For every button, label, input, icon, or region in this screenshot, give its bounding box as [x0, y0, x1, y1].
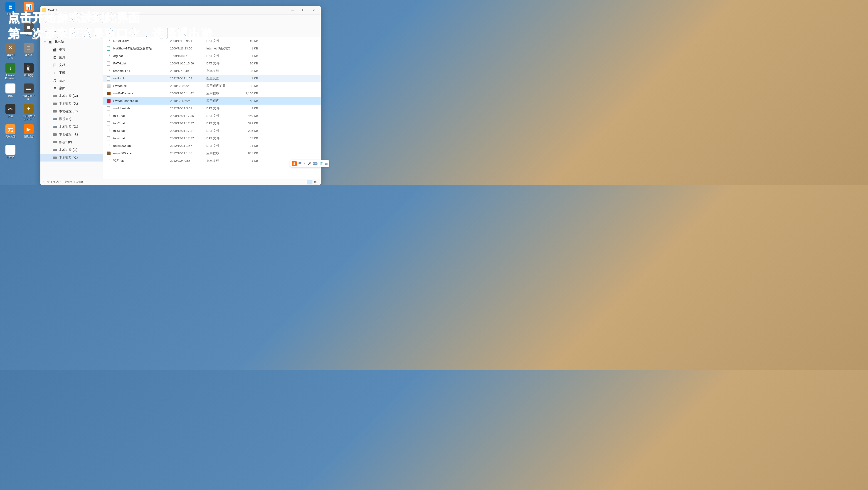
status-text: 48 个项目 选中 1 个项目 48.0 KB	[43, 180, 83, 184]
chevron-icon[interactable]: ›	[49, 56, 52, 59]
desktop-icon[interactable]: ↓InternetDownlo...	[2, 63, 19, 80]
file-icon	[106, 143, 111, 148]
file-date: 2012/7/24 9:55	[170, 159, 206, 162]
desktop-icon[interactable]: 🐧腾讯QQ	[21, 63, 37, 77]
ime-toolbar[interactable]: S 中 •, 🎤 ⌨ 👕 ⊞	[290, 160, 329, 167]
desktop-icon[interactable]: ▬新建文件夹(5)	[21, 84, 37, 100]
desktop-icon[interactable]: 元元气桌面	[2, 124, 19, 138]
view-details-button[interactable]: ☰	[307, 180, 312, 185]
file-row[interactable]: talk4.dat2000/12/21 17:37DAT 文件67 KB	[103, 134, 321, 142]
file-icon	[106, 159, 111, 163]
ime-mode[interactable]: 中	[299, 162, 302, 166]
view-icons-button[interactable]: ▦	[313, 180, 318, 185]
tree-item[interactable]: ›本地磁盘 (C:)	[40, 92, 102, 100]
chevron-icon[interactable]: ›	[49, 87, 52, 90]
sogou-icon[interactable]: S	[292, 161, 297, 166]
toolbox-icon[interactable]: ⊞	[325, 162, 328, 165]
desktop-icon[interactable]: □建方式	[21, 43, 37, 57]
chevron-icon[interactable]: ›	[49, 156, 52, 159]
tree-item[interactable]: ›↓下载	[40, 69, 102, 77]
desktop-icon[interactable]: ✦了不起的修仙.exe·...	[21, 104, 37, 121]
tree-item[interactable]: ›本地磁盘 (D:)	[40, 100, 102, 107]
chevron-icon[interactable]: ›	[49, 48, 52, 51]
file-row[interactable]: unins000.dat2022/10/11 1:57DAT 文件24 KB	[103, 142, 321, 150]
file-row[interactable]: talk1.dat2000/12/21 17:36DAT 文件440 KB	[103, 112, 321, 120]
tree-icon	[52, 94, 57, 98]
file-row[interactable]: NetShowBT最新游戏发布站2009/7/23 23:50Internet …	[103, 45, 321, 52]
back-button[interactable]: ←	[42, 28, 50, 35]
file-row[interactable]: 说明.txt2012/7/24 9:55文本文档1 KB	[103, 157, 321, 164]
desktop-icon[interactable]: ▶优酷	[2, 84, 19, 97]
desktop-icon[interactable]: 🖥此电脑	[2, 2, 19, 15]
chevron-icon[interactable]: ›	[49, 126, 52, 128]
file-date: 2022/10/11 1:59	[170, 77, 206, 80]
file-row[interactable]: Swd3e.dll2010/8/19 0:23应用程序扩展88 KB	[103, 82, 321, 90]
tree-item[interactable]: ›影视 (F:)	[40, 115, 102, 123]
chevron-icon[interactable]: ›	[49, 79, 52, 82]
file-row[interactable]: PATH.dat2000/11/25 15:56DAT 文件20 KB	[103, 60, 321, 67]
close-button[interactable]: ✕	[308, 7, 319, 14]
file-date: 2010/1/7 0:49	[170, 69, 206, 73]
desktop-icon[interactable]: ▶腾讯视频	[21, 124, 37, 138]
chevron-icon[interactable]: ›	[49, 71, 52, 74]
tree-item[interactable]: ›本地磁盘 (E:)	[40, 107, 102, 115]
chevron-icon[interactable]: ›	[49, 95, 52, 97]
chevron-icon[interactable]: ›	[49, 102, 52, 105]
tree-label: 本地磁盘 (H:)	[59, 132, 102, 137]
tree-icon: ↓	[52, 71, 57, 75]
file-icon	[106, 129, 111, 133]
forward-button[interactable]: →	[51, 28, 59, 35]
ime-punct-icon[interactable]: •,	[304, 162, 306, 165]
file-type: 应用程序	[206, 91, 240, 96]
tree-item[interactable]: ›本地磁盘 (K:)	[40, 154, 102, 162]
desktop-icon[interactable]: 📊	[21, 2, 37, 13]
skin-icon[interactable]: 👕	[319, 162, 323, 165]
tree-label: 图片	[59, 55, 102, 59]
file-row[interactable]: org.dat1999/10/8 8:13DAT 文件1 KB	[103, 52, 321, 60]
keyboard-icon[interactable]: ⌨	[313, 162, 317, 165]
tree-item[interactable]: ›🖥桌面	[40, 85, 102, 92]
tree-icon	[52, 156, 57, 160]
tree-item[interactable]: ›🎵音乐	[40, 77, 102, 85]
mic-icon[interactable]: 🎤	[307, 162, 311, 165]
desktop-icon[interactable]: ■d.exe	[21, 22, 37, 36]
desktop-icon[interactable]	[2, 22, 19, 33]
desktop-icon[interactable]: 🗑回收站	[2, 145, 19, 159]
chevron-icon[interactable]: ›	[49, 110, 52, 113]
tree-item[interactable]: ∨💻此电脑	[40, 38, 102, 46]
tree-label: 视频	[59, 47, 102, 52]
tree-item[interactable]: ›📄文档	[40, 61, 102, 69]
tree-label: 本地磁盘 (E:)	[59, 109, 102, 113]
file-row[interactable]: swd3eDvd.exe2000/12/26 14:42应用程序1,160 KB	[103, 90, 321, 97]
tree-item[interactable]: ›本地磁盘 (J:)	[40, 146, 102, 154]
file-row[interactable]: unins000.exe2022/10/11 1:55应用程序867 KB	[103, 150, 321, 157]
nav-sidebar[interactable]: ∨💻此电脑›🎬视频›🖼图片›📄文档›↓下载›🎵音乐›🖥桌面›本地磁盘 (C:)›…	[40, 37, 103, 179]
tree-item[interactable]: ›本地磁盘 (G:)	[40, 123, 102, 131]
file-row[interactable]: NAMEX.dat2000/12/19 9:21DAT 文件49 KB	[103, 37, 321, 45]
chevron-icon[interactable]: ›	[49, 64, 52, 66]
tree-label: 本地磁盘 (J:)	[59, 148, 102, 152]
file-row[interactable]: readme.TXT2010/1/7 0:49文本文档25 KB	[103, 67, 321, 75]
file-date: 2010/8/19 0:23	[170, 84, 206, 88]
file-list[interactable]: NAMEX.dat2000/12/19 9:21DAT 文件49 KBNetSh…	[103, 37, 321, 179]
file-name: 说明.txt	[113, 159, 170, 163]
file-row[interactable]: swdghost.dat2022/10/11 3:51DAT 文件2 KB	[103, 105, 321, 112]
titlebar[interactable]: Swd3e — ☐ ✕	[40, 6, 321, 14]
maximize-button[interactable]: ☐	[298, 7, 308, 14]
chevron-icon[interactable]: ›	[49, 133, 52, 136]
tree-item[interactable]: ›本地磁盘 (H:)	[40, 131, 102, 138]
tree-item[interactable]: ›影视2 (I:)	[40, 138, 102, 146]
chevron-icon[interactable]: ›	[49, 118, 52, 121]
desktop-icon[interactable]: ✂必剪	[2, 104, 19, 118]
chevron-icon[interactable]: ∨	[44, 41, 48, 43]
chevron-icon[interactable]: ›	[49, 149, 52, 151]
file-row[interactable]: Swd3eLoader.exe2010/8/16 6:24应用程序48 KB	[103, 97, 321, 105]
desktop-icon[interactable]: ⚔轩辕剑传·天	[2, 43, 19, 59]
chevron-icon[interactable]: ›	[49, 141, 52, 143]
minimize-button[interactable]: —	[288, 7, 298, 14]
file-row[interactable]: talk3.dat2000/12/21 17:37DAT 文件285 KB	[103, 127, 321, 134]
tree-item[interactable]: ›🖼图片	[40, 54, 102, 61]
tree-item[interactable]: ›🎬视频	[40, 46, 102, 54]
file-row[interactable]: setting.ini2022/10/11 1:59配置设置1 KB	[103, 75, 321, 82]
file-row[interactable]: talk2.dat2000/12/21 17:37DAT 文件379 KB	[103, 120, 321, 127]
